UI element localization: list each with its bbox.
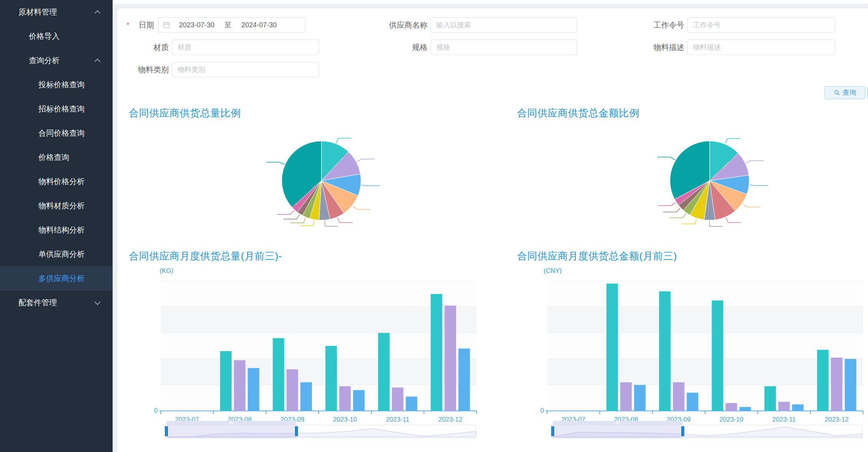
work-order-input[interactable] (687, 17, 835, 33)
datazoom-handle-right[interactable] (681, 426, 685, 437)
pie-label-line-9 (278, 210, 294, 214)
pie-label-line-7 (291, 218, 306, 223)
pie-label-line-8 (283, 214, 299, 219)
sidebar-item-10[interactable]: 单供应商分析 (0, 242, 113, 266)
sidebar-item-12[interactable]: 配套件管理 (0, 291, 113, 315)
sidebar-item-1[interactable]: 价格导入 (0, 24, 113, 48)
bar-blue-2023-09[interactable] (301, 382, 312, 411)
sidebar-item-9[interactable]: 物料结构分析 (0, 218, 113, 242)
bar-teal-2023-10[interactable] (712, 301, 723, 411)
bar-blue-2023-08[interactable] (248, 368, 259, 411)
x-axis-label-5: 2023-12 (438, 416, 462, 423)
material-input[interactable] (172, 40, 319, 55)
bar-blue-2023-10[interactable] (740, 407, 751, 411)
bar-blue-2023-10[interactable] (353, 390, 365, 411)
sidebar-item-label: 多供应商分析 (38, 273, 85, 284)
supplier-label: 供应商名称 (384, 20, 431, 30)
sidebar-item-label: 查询分析 (29, 55, 60, 66)
sidebar-item-6[interactable]: 价格查询 (0, 145, 113, 170)
split-area (547, 359, 863, 385)
material-desc-input[interactable] (687, 40, 835, 55)
bar-blue-2023-11[interactable] (406, 397, 417, 411)
field-material-desc: 物料描述 (638, 40, 835, 55)
date-start-input[interactable] (171, 21, 222, 30)
pie-label-line-3 (743, 204, 760, 207)
bar-teal-2023-10[interactable] (326, 346, 337, 411)
bar-blue-2023-11[interactable] (792, 404, 804, 411)
bar-blue-2023-08[interactable] (634, 385, 646, 411)
x-axis-label-4: 2023-11 (386, 416, 409, 423)
pie-chart-supply-amount[interactable] (593, 125, 828, 238)
pie-label-line-4 (338, 218, 353, 223)
sidebar-item-4[interactable]: 招标价格查询 (0, 97, 113, 121)
bar-blue-2023-09[interactable] (687, 393, 698, 411)
chevron-down-icon (95, 299, 101, 305)
datazoom-handle-left[interactable] (165, 426, 168, 437)
bar-blue-2023-12[interactable] (845, 359, 856, 411)
bar2-title: 合同供应商月度供货总金额(月前三) (517, 249, 677, 263)
pie-label-line-7 (670, 213, 686, 218)
sidebar-item-0[interactable]: 原材料管理 (0, 0, 113, 24)
pie-label-line-5 (710, 221, 723, 226)
bar-purple-2023-08[interactable] (620, 382, 632, 411)
pie-label-line-4 (726, 218, 742, 223)
bar-purple-2023-08[interactable] (234, 360, 246, 411)
bar-teal-2023-11[interactable] (378, 333, 390, 411)
bar-chart-monthly-amount[interactable]: 02023-072023-082023-092023-102023-112023… (540, 265, 868, 446)
field-material: 材质 (126, 40, 319, 55)
material-label: 材质 (126, 42, 172, 53)
date-end-input[interactable] (234, 21, 284, 30)
bar-purple-2023-10[interactable] (726, 403, 737, 411)
bar-purple-2023-11[interactable] (778, 402, 790, 411)
bar-purple-2023-12[interactable] (831, 357, 843, 411)
bar-purple-2023-11[interactable] (392, 387, 404, 411)
sidebar-item-5[interactable]: 合同价格查询 (0, 121, 113, 145)
bar-purple-2023-09[interactable] (673, 382, 685, 411)
x-axis-label-5: 2023-12 (825, 416, 848, 423)
sidebar: 原材料管理价格导入查询分析投标价格查询招标价格查询合同价格查询价格查询物料价格分… (0, 0, 113, 452)
pie-label-line-0 (725, 139, 741, 144)
sidebar-item-label: 物料材质分析 (38, 201, 85, 211)
bar-teal-2023-12[interactable] (431, 294, 442, 411)
sidebar-item-label: 合同价格查询 (38, 128, 85, 138)
bar-purple-2023-12[interactable] (445, 306, 456, 411)
date-range-picker[interactable]: 至 (158, 17, 305, 33)
sidebar-item-3[interactable]: 投标价格查询 (0, 73, 113, 97)
split-area (547, 333, 863, 359)
bar-blue-2023-12[interactable] (459, 349, 470, 411)
spec-input[interactable] (431, 40, 577, 55)
bar-teal-2023-09[interactable] (659, 291, 671, 411)
query-button[interactable]: 查询 (825, 86, 865, 99)
search-icon (834, 90, 840, 96)
bar-teal-2023-08[interactable] (607, 284, 618, 411)
pie-label-line-0 (336, 138, 351, 143)
bar-purple-2023-09[interactable] (287, 369, 298, 411)
pie-label-line-2 (750, 185, 768, 186)
bar-teal-2023-11[interactable] (765, 386, 776, 411)
bar-teal-2023-08[interactable] (220, 351, 232, 411)
sidebar-item-8[interactable]: 物料材质分析 (0, 194, 113, 218)
query-button-label: 查询 (843, 88, 856, 97)
bar-purple-2023-10[interactable] (339, 386, 351, 411)
main-content: * 日期 至 供应商名称 工作令号 材质 (113, 0, 868, 452)
datazoom-handle-right[interactable] (294, 426, 298, 437)
sidebar-item-11[interactable]: 多供应商分析 (0, 266, 113, 291)
required-asterisk: * (126, 21, 130, 30)
split-area (161, 359, 477, 385)
pie-chart-supply-volume[interactable] (205, 125, 439, 238)
bar-teal-2023-09[interactable] (273, 338, 284, 411)
datazoom-handle-left[interactable] (551, 426, 555, 437)
bar-teal-2023-12[interactable] (817, 350, 829, 411)
chevron-up-icon (95, 10, 101, 16)
datazoom-selected-region[interactable] (553, 425, 683, 438)
top-strip (113, 0, 868, 4)
sidebar-item-2[interactable]: 查询分析 (0, 48, 113, 73)
bar1-title: 合同供应商月度供货总量(月前三)- (129, 249, 282, 263)
material-category-input[interactable] (172, 62, 319, 77)
bar-chart-monthly-volume[interactable]: 02023-072023-082023-092023-102023-112023… (154, 265, 484, 446)
split-area (161, 281, 477, 307)
datazoom-selected-region[interactable] (166, 425, 296, 438)
sidebar-item-7[interactable]: 物料价格分析 (0, 170, 113, 194)
split-area (547, 307, 863, 333)
supplier-input[interactable] (431, 17, 577, 33)
